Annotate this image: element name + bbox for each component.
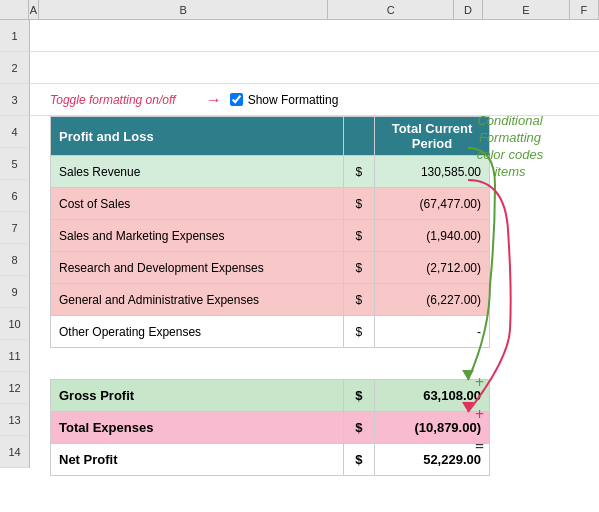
row-dollar-1: $ (343, 188, 374, 220)
row-amount-1: (67,477.00) (375, 188, 490, 220)
row-1-empty (30, 20, 599, 52)
col-header-f: F (570, 0, 599, 19)
table-row: Other Operating Expenses $ - (51, 316, 490, 348)
table-header-row: Profit and Loss Total Current Period (51, 117, 490, 156)
col-header-c: C (328, 0, 454, 19)
row-num-4: 4 (0, 116, 30, 148)
table-row: General and Administrative Expenses $ (6… (51, 284, 490, 316)
row-amount-4: (6,227.00) (375, 284, 490, 316)
row-label-other-operating: Other Operating Expenses (51, 316, 344, 348)
row-num-5: 5 (0, 148, 30, 180)
summary-dollar-2: $ (343, 444, 374, 476)
row-num-9: 9 (0, 276, 30, 308)
table-row: Sales and Marketing Expenses $ (1,940.00… (51, 220, 490, 252)
summary-amount-1: (10,879.00) (375, 412, 490, 444)
table-wrapper: Profit and Loss Total Current Period Sal… (40, 116, 599, 476)
header-dollar-empty (343, 117, 374, 156)
row-num-14: 14 (0, 436, 30, 468)
row-dollar-3: $ (343, 252, 374, 284)
spacer-row (51, 348, 490, 380)
row-numbers: 1 2 3 4 5 6 7 8 9 10 11 12 13 14 (0, 20, 30, 468)
arrow-icon: → (206, 91, 222, 109)
row-dollar-5: $ (343, 316, 374, 348)
spreadsheet: A B C D E F 1 2 3 4 5 6 7 8 9 10 11 12 1… (0, 0, 599, 512)
table-row: Research and Development Expenses $ (2,7… (51, 252, 490, 284)
summary-dollar-1: $ (343, 412, 374, 444)
row-amount-5: - (375, 316, 490, 348)
toggle-row: Toggle formatting on/off → Show Formatti… (30, 84, 599, 116)
row-label-r-and-d: Research and Development Expenses (51, 252, 344, 284)
row-label-sales-marketing: Sales and Marketing Expenses (51, 220, 344, 252)
row-num-2: 2 (0, 52, 30, 84)
col-header-a: A (29, 0, 39, 19)
col-header-d: D (454, 0, 483, 19)
row-num-12: 12 (0, 372, 30, 404)
profit-loss-table: Profit and Loss Total Current Period Sal… (50, 116, 490, 476)
summary-label-total-expenses: Total Expenses (51, 412, 344, 444)
row-dollar-0: $ (343, 156, 374, 188)
col-header-e: E (483, 0, 570, 19)
summary-dollar-0: $ (343, 380, 374, 412)
col-header-empty (0, 0, 29, 19)
row-dollar-2: $ (343, 220, 374, 252)
row-num-1: 1 (0, 20, 30, 52)
checkbox-area[interactable]: Show Formatting (230, 93, 339, 107)
show-formatting-label: Show Formatting (248, 93, 339, 107)
header-amount: Total Current Period (375, 117, 490, 156)
row-num-3: 3 (0, 84, 30, 116)
row-amount-3: (2,712.00) (375, 252, 490, 284)
summary-row-gross-profit: Gross Profit $ 63,108.00 (51, 380, 490, 412)
summary-amount-0: 63,108.00 (375, 380, 490, 412)
table-row: Sales Revenue $ 130,585.00 (51, 156, 490, 188)
row-num-13: 13 (0, 404, 30, 436)
row-num-7: 7 (0, 212, 30, 244)
header-label: Profit and Loss (51, 117, 344, 156)
row-num-11: 11 (0, 340, 30, 372)
row-label-cost-of-sales: Cost of Sales (51, 188, 344, 220)
row-amount-0: 130,585.00 (375, 156, 490, 188)
column-headers: A B C D E F (0, 0, 599, 20)
summary-label-net-profit: Net Profit (51, 444, 344, 476)
row-label-g-and-a: General and Administrative Expenses (51, 284, 344, 316)
summary-label-gross-profit: Gross Profit (51, 380, 344, 412)
row-label-sales-revenue: Sales Revenue (51, 156, 344, 188)
summary-amount-2: 52,229.00 (375, 444, 490, 476)
row-dollar-4: $ (343, 284, 374, 316)
row-amount-2: (1,940.00) (375, 220, 490, 252)
col-header-b: B (39, 0, 329, 19)
summary-row-net-profit: Net Profit $ 52,229.00 (51, 444, 490, 476)
toggle-label: Toggle formatting on/off (50, 93, 176, 107)
row-2-empty (30, 52, 599, 84)
content-area: Toggle formatting on/off → Show Formatti… (30, 20, 599, 512)
summary-row-total-expenses: Total Expenses $ (10,879.00) (51, 412, 490, 444)
row-num-6: 6 (0, 180, 30, 212)
table-row: Cost of Sales $ (67,477.00) (51, 188, 490, 220)
row-num-10: 10 (0, 308, 30, 340)
row-num-8: 8 (0, 244, 30, 276)
show-formatting-checkbox[interactable] (230, 93, 243, 106)
